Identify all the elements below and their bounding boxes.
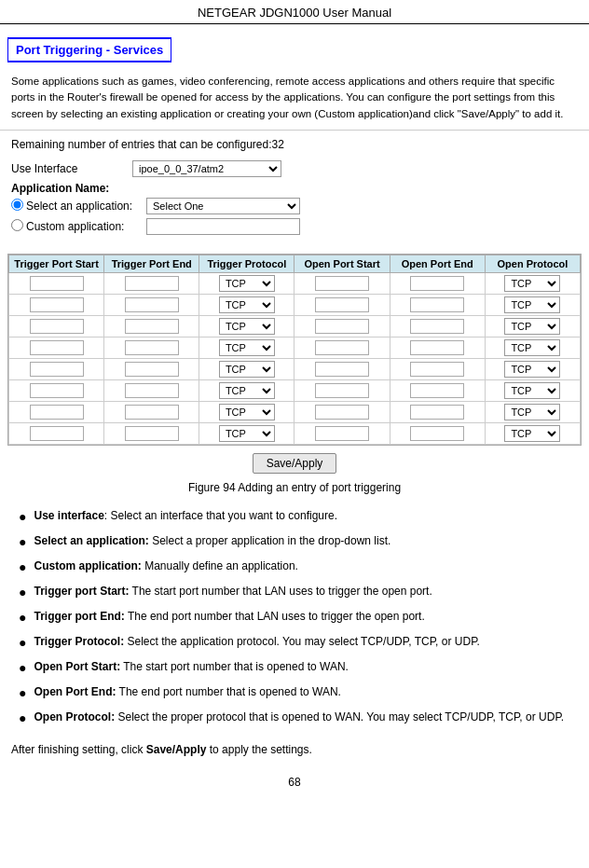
- bullet-item: Trigger port End: The end port number th…: [19, 608, 578, 627]
- bullet-item: Trigger Protocol: Select the application…: [19, 633, 578, 653]
- trigger-protocol-select[interactable]: TCPUDPTCP/UDP: [219, 425, 275, 442]
- interface-row: Use Interface ipoe_0_0_37/atm2: [11, 160, 578, 177]
- figure-caption: Figure 94 Adding an entry of port trigge…: [0, 481, 589, 494]
- open-port-end-input[interactable]: [410, 362, 464, 377]
- trigger-protocol-select[interactable]: TCPUDPTCP/UDP: [219, 404, 275, 420]
- table-row: TCPUDPTCP/UDPTCPUDPTCP/UDP: [9, 337, 581, 358]
- save-button-row: Save/Apply: [0, 453, 589, 474]
- open-port-end-input[interactable]: [410, 319, 464, 334]
- custom-app-input[interactable]: [146, 218, 300, 235]
- trigger-protocol-select[interactable]: TCPUDPTCP/UDP: [219, 361, 275, 378]
- open-port-start-input[interactable]: [315, 383, 369, 398]
- custom-app-radio[interactable]: [11, 219, 23, 231]
- open-port-start-input[interactable]: [315, 276, 369, 291]
- trigger-port-start-input[interactable]: [30, 297, 84, 312]
- trigger-port-start-input[interactable]: [30, 276, 84, 291]
- open-port-start-input[interactable]: [315, 319, 369, 334]
- app-name-label-row: Application Name:: [11, 182, 578, 195]
- table-row: TCPUDPTCP/UDPTCPUDPTCP/UDP: [9, 358, 581, 379]
- trigger-port-end-input[interactable]: [125, 426, 179, 441]
- trigger-port-end-input[interactable]: [125, 362, 179, 377]
- trigger-protocol-select[interactable]: TCPUDPTCP/UDP: [219, 382, 275, 399]
- open-port-start-input[interactable]: [315, 426, 369, 441]
- open-port-end-input[interactable]: [410, 405, 464, 420]
- table-row: TCPUDPTCP/UDPTCPUDPTCP/UDP: [9, 401, 581, 422]
- remaining-text: Remaining number of entries that can be …: [0, 136, 589, 157]
- trigger-port-end-input[interactable]: [125, 340, 179, 355]
- select-app-radio[interactable]: [11, 199, 23, 211]
- open-port-end-input[interactable]: [410, 276, 464, 291]
- trigger-port-start-input[interactable]: [30, 426, 84, 441]
- table-row: TCPUDPTCP/UDPTCPUDPTCP/UDP: [9, 294, 581, 315]
- section-title: Port Triggering - Services: [7, 37, 171, 62]
- trigger-port-end-input[interactable]: [125, 319, 179, 334]
- open-protocol-select[interactable]: TCPUDPTCP/UDP: [504, 339, 560, 356]
- open-protocol-select[interactable]: TCPUDPTCP/UDP: [504, 275, 560, 292]
- th-open-end: Open Port End: [390, 255, 485, 272]
- table-row: TCPUDPTCP/UDPTCPUDPTCP/UDP: [9, 422, 581, 444]
- open-protocol-select[interactable]: TCPUDPTCP/UDP: [504, 296, 560, 313]
- open-protocol-select[interactable]: TCPUDPTCP/UDP: [504, 318, 560, 335]
- trigger-protocol-select[interactable]: TCPUDPTCP/UDP: [219, 275, 275, 292]
- bullet-item: Trigger port Start: The start port numbe…: [19, 583, 578, 602]
- trigger-port-start-input[interactable]: [30, 362, 84, 377]
- th-trigger-end: Trigger Port End: [104, 255, 199, 272]
- trigger-protocol-select[interactable]: TCPUDPTCP/UDP: [219, 339, 275, 356]
- select-app-row: Select an application: Select One: [11, 198, 578, 214]
- open-port-end-input[interactable]: [410, 297, 464, 312]
- table-row: TCPUDPTCP/UDPTCPUDPTCP/UDP: [9, 272, 581, 294]
- trigger-port-start-input[interactable]: [30, 405, 84, 420]
- header-title: NETGEAR JDGN1000 User Manual: [198, 6, 391, 20]
- open-protocol-select[interactable]: TCPUDPTCP/UDP: [504, 361, 560, 378]
- trigger-port-end-input[interactable]: [125, 276, 179, 291]
- open-port-end-input[interactable]: [410, 383, 464, 398]
- open-port-start-input[interactable]: [315, 405, 369, 420]
- trigger-port-start-input[interactable]: [30, 319, 84, 334]
- th-trigger-start: Trigger Port Start: [9, 255, 104, 272]
- bullet-item: Select an application: Select a proper a…: [19, 532, 578, 552]
- page-number: 68: [0, 776, 589, 789]
- th-open-protocol: Open Protocol: [485, 255, 580, 272]
- open-port-end-input[interactable]: [410, 340, 464, 355]
- trigger-port-start-input[interactable]: [30, 340, 84, 355]
- trigger-port-end-input[interactable]: [125, 405, 179, 420]
- open-port-start-input[interactable]: [315, 297, 369, 312]
- custom-app-row: Custom application:: [11, 218, 578, 235]
- th-open-start: Open Port Start: [294, 255, 390, 272]
- table-row: TCPUDPTCP/UDPTCPUDPTCP/UDP: [9, 379, 581, 401]
- interface-label: Use Interface: [11, 162, 132, 175]
- trigger-port-end-input[interactable]: [125, 383, 179, 398]
- bullet-item: Open Port End: The end port number that …: [19, 683, 578, 703]
- bullet-item: Custom application: Manually define an a…: [19, 558, 578, 577]
- th-trigger-protocol: Trigger Protocol: [199, 255, 294, 272]
- select-app-label: Select an application:: [26, 200, 143, 213]
- custom-app-label: Custom application:: [26, 220, 143, 233]
- port-triggering-table: Trigger Port Start Trigger Port End Trig…: [8, 255, 581, 445]
- select-app-dropdown[interactable]: Select One: [146, 198, 300, 214]
- trigger-protocol-select[interactable]: TCPUDPTCP/UDP: [219, 318, 275, 335]
- open-protocol-select[interactable]: TCPUDPTCP/UDP: [504, 404, 560, 420]
- trigger-port-end-input[interactable]: [125, 297, 179, 312]
- bullet-item: Use interface: Select an interface that …: [19, 507, 578, 527]
- interface-select[interactable]: ipoe_0_0_37/atm2: [132, 160, 281, 177]
- table-row: TCPUDPTCP/UDPTCPUDPTCP/UDP: [9, 315, 581, 337]
- trigger-port-start-input[interactable]: [30, 383, 84, 398]
- save-apply-button[interactable]: Save/Apply: [253, 453, 337, 474]
- open-port-end-input[interactable]: [410, 426, 464, 441]
- open-port-start-input[interactable]: [315, 362, 369, 377]
- open-port-start-input[interactable]: [315, 340, 369, 355]
- after-text: After finishing setting, click Save/Appl…: [0, 737, 589, 768]
- port-triggering-table-container: Trigger Port Start Trigger Port End Trig…: [7, 254, 582, 446]
- page-header: NETGEAR JDGN1000 User Manual: [0, 0, 589, 24]
- bullet-item: Open Protocol: Select the proper protoco…: [19, 709, 578, 728]
- bullet-item: Open Port Start: The start port number t…: [19, 658, 578, 678]
- open-protocol-select[interactable]: TCPUDPTCP/UDP: [504, 425, 560, 442]
- bullet-list: Use interface: Select an interface that …: [0, 503, 589, 737]
- description: Some applications such as games, video c…: [0, 70, 589, 131]
- open-protocol-select[interactable]: TCPUDPTCP/UDP: [504, 382, 560, 399]
- trigger-protocol-select[interactable]: TCPUDPTCP/UDP: [219, 296, 275, 313]
